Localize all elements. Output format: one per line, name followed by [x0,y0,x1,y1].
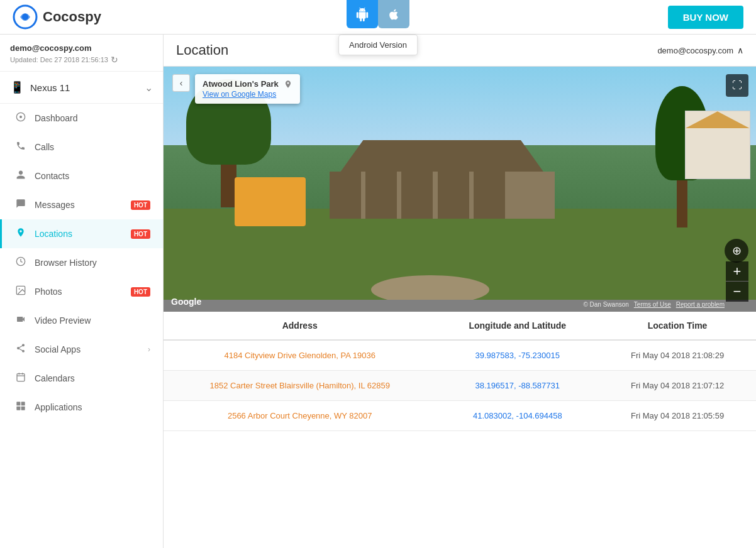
coords-link[interactable]: 39.987583, -75.230015 [475,351,560,360]
col-time: Location Time [599,312,756,340]
map-fullscreen-button[interactable]: ⛶ [726,74,748,97]
top-header: Cocospy Android Version BUY NOW [0,0,756,35]
sidebar-item-contacts[interactable]: Contacts [0,162,163,190]
device-chevron-icon: ⌄ [145,82,153,94]
device-icon: 📱 [10,80,24,94]
logo-area: Cocospy [13,4,101,30]
building-right [685,111,750,179]
messages-hot-badge: HOT [131,200,150,210]
sidebar-item-video-preview[interactable]: Video Preview [0,306,163,335]
social-apps-icon [14,343,27,356]
sidebar-item-calendars[interactable]: Calendars [0,364,163,393]
report-link[interactable]: Report a problem [676,301,725,308]
table-cell-time: Fri May 04 2018 21:07:12 [599,371,756,401]
sidebar-label-locations: Locations [35,229,121,239]
locations-icon [14,227,27,240]
sidebar-item-social-apps[interactable]: Social Apps › [0,335,163,364]
updated-text: Updated: Dec 27 2018 21:56:13 [10,56,108,63]
sidebar-email: demo@cocospy.com [10,43,153,53]
applications-icon [14,401,27,414]
svg-rect-13 [16,407,20,410]
device-item[interactable]: 📱 Nexus 11 ⌄ [0,72,163,104]
sidebar-item-applications[interactable]: Applications [0,393,163,422]
content-user-email: demo@cocospy.com [657,46,733,55]
sidebar-label-calendars: Calendars [35,373,150,383]
sidebar-user-info: demo@cocospy.com Updated: Dec 27 2018 21… [0,35,163,72]
map-zoom-out-button[interactable]: − [726,282,748,302]
table-row: 4184 Cityview Drive Glenolden, PA 190363… [164,340,756,371]
sidebar-label-video-preview: Video Preview [35,315,150,326]
ios-tab[interactable] [378,0,409,28]
refresh-icon[interactable]: ↻ [111,55,118,65]
android-tab[interactable] [347,0,378,28]
sidebar-label-calls: Calls [35,142,150,152]
content-user-info: demo@cocospy.com ∧ [657,45,743,55]
video-preview-icon [14,314,27,327]
attribution-text: © Dan Swanson [583,301,628,308]
main-layout: demo@cocospy.com Updated: Dec 27 2018 21… [0,35,756,548]
android-tooltip: Android Version [338,35,418,55]
sidebar-updated: Updated: Dec 27 2018 21:56:13 ↻ [10,55,153,65]
svg-point-6 [19,288,20,290]
address-link[interactable]: 2566 Arbor Court Cheyenne, WY 82007 [228,411,372,420]
sidebar-label-contacts: Contacts [35,171,150,181]
sidebar-item-messages[interactable]: Messages HOT [0,190,163,219]
locations-hot-badge: HOT [131,229,150,239]
social-apps-arrow-icon: › [148,345,150,354]
map-zoom-in-button[interactable]: + [726,261,748,282]
platform-tabs: Android Version [347,0,409,28]
sidebar-item-dashboard[interactable]: Dashboard [0,104,163,133]
table-cell-address[interactable]: 4184 Cityview Drive Glenolden, PA 19036 [164,340,436,371]
table-cell-address[interactable]: 2566 Arbor Court Cheyenne, WY 82007 [164,401,436,431]
address-link[interactable]: 4184 Cityview Drive Glenolden, PA 19036 [225,351,375,360]
contacts-icon [14,170,27,182]
sidebar-label-photos: Photos [35,287,121,297]
map-location-name: Atwood Lion's Park [203,79,279,89]
table-cell-coords[interactable]: 38.196517, -88.587731 [436,371,599,401]
photos-icon [14,285,27,298]
device-left: 📱 Nexus 11 [10,80,70,94]
sidebar-item-calls[interactable]: Calls [0,133,163,162]
map-back-button[interactable]: ‹ [172,74,190,92]
table-row: 2566 Arbor Court Cheyenne, WY 8200741.08… [164,401,756,431]
device-name: Nexus 11 [30,82,70,93]
map-pin-icon [284,80,292,89]
photos-hot-badge: HOT [131,287,150,297]
calendars-icon [14,372,27,385]
sidebar-label-messages: Messages [35,200,121,210]
logo-text: Cocospy [43,9,101,25]
map-container: Atwood Lion's Park View on Google Maps ‹… [164,67,756,312]
table-cell-coords[interactable]: 39.987583, -75.230015 [436,340,599,371]
coords-link[interactable]: 38.196517, -88.587731 [475,381,560,390]
google-label: Google [171,297,201,307]
buy-now-button[interactable]: BUY NOW [668,6,743,29]
sidebar-item-locations[interactable]: Locations HOT [0,219,163,248]
map-info-box: Atwood Lion's Park View on Google Maps [195,74,300,104]
view-on-google-maps-link[interactable]: View on Google Maps [203,90,292,99]
messages-icon [14,199,27,211]
table-cell-time: Fri May 04 2018 21:08:29 [599,340,756,371]
content-area: Location demo@cocospy.com ∧ [164,35,756,548]
map-compass: ⊕ [725,239,748,263]
sidebar-label-browser-history: Browser History [35,258,150,268]
sidebar-item-browser-history[interactable]: Browser History [0,248,163,277]
svg-point-1 [22,14,28,20]
table-cell-coords[interactable]: 41.083002, -104.694458 [436,401,599,431]
table-cell-time: Fri May 04 2018 21:05:59 [599,401,756,431]
calls-icon [14,141,27,153]
location-table: Address Longitude and Latitude Location … [164,312,756,431]
table-header: Address Longitude and Latitude Location … [164,312,756,340]
chevron-up-icon: ∧ [737,45,743,55]
terms-link[interactable]: Terms of Use [634,301,671,308]
sidebar-label-dashboard: Dashboard [35,113,150,123]
coords-link[interactable]: 41.083002, -104.694458 [473,411,562,420]
svg-rect-11 [16,402,20,405]
col-address: Address [164,312,436,340]
sidebar-label-applications: Applications [35,402,150,412]
table-body: 4184 Cityview Drive Glenolden, PA 190363… [164,340,756,431]
pavilion [330,140,555,219]
content-header: Location demo@cocospy.com ∧ [164,35,756,67]
address-link[interactable]: 1852 Carter Street Blairsville (Hamilton… [210,381,390,390]
sidebar-item-photos[interactable]: Photos HOT [0,277,163,306]
table-cell-address[interactable]: 1852 Carter Street Blairsville (Hamilton… [164,371,436,401]
